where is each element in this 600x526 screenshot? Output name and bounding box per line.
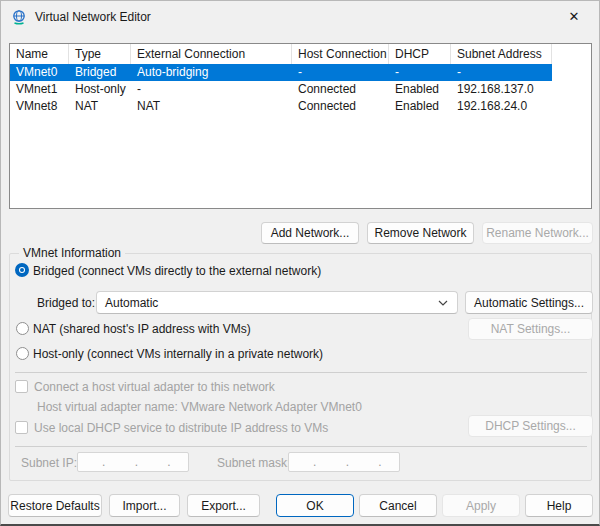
connect-host-adapter-label: Connect a host virtual adapter to this n…: [34, 380, 275, 394]
bridged-to-dropdown[interactable]: Automatic: [96, 291, 458, 314]
virtual-network-editor-window: Virtual Network Editor ✕ Name Type Exter…: [0, 0, 600, 526]
cell-name: VMnet1: [10, 81, 69, 98]
automatic-settings-button[interactable]: Automatic Settings...: [465, 291, 593, 314]
column-header-subnet-address[interactable]: Subnet Address: [451, 44, 552, 64]
cell-name: VMnet8: [10, 98, 69, 115]
column-header-name[interactable]: Name: [10, 44, 69, 64]
remove-network-button[interactable]: Remove Network: [367, 222, 474, 244]
subnet-ip-label: Subnet IP:: [21, 456, 77, 470]
table-row-vmnet0[interactable]: VMnet0 Bridged Auto-bridging - - -: [10, 64, 552, 81]
separator: [15, 446, 587, 447]
column-header-host-connection[interactable]: Host Connection: [292, 44, 389, 64]
export-button[interactable]: Export...: [187, 494, 260, 517]
column-header-filler: [552, 44, 591, 64]
host-only-radio[interactable]: [16, 347, 29, 360]
cell-type: NAT: [69, 98, 131, 115]
connect-host-adapter-checkbox: [15, 380, 28, 393]
nat-settings-button: NAT Settings...: [468, 318, 593, 340]
use-local-dhcp-checkbox: [15, 421, 28, 434]
network-list-header: Name Type External Connection Host Conne…: [10, 44, 591, 64]
globe-network-icon: [11, 9, 27, 25]
nat-radio-label[interactable]: NAT (shared host's IP address with VMs): [33, 322, 251, 336]
bridged-to-label: Bridged to:: [37, 296, 95, 310]
column-header-type[interactable]: Type: [69, 44, 131, 64]
cell-type: Host-only: [69, 81, 131, 98]
subnet-mask-label: Subnet mask:: [217, 456, 290, 470]
column-header-external-connection[interactable]: External Connection: [131, 44, 292, 64]
window-title: Virtual Network Editor: [35, 10, 151, 24]
apply-button: Apply: [442, 494, 520, 517]
use-local-dhcp-label: Use local DHCP service to distribute IP …: [34, 421, 328, 435]
close-icon[interactable]: ✕: [557, 1, 591, 31]
cell-external: -: [131, 81, 292, 98]
nat-radio[interactable]: [16, 322, 29, 335]
cell-external: Auto-bridging: [131, 64, 292, 81]
cancel-button[interactable]: Cancel: [359, 494, 437, 517]
bridged-radio-label[interactable]: Bridged (connect VMs directly to the ext…: [33, 264, 321, 278]
bridged-to-value: Automatic: [105, 296, 158, 310]
cell-type: Bridged: [69, 64, 131, 81]
subnet-ip-field: . . .: [77, 452, 189, 472]
network-list: Name Type External Connection Host Conne…: [9, 43, 592, 209]
import-button[interactable]: Import...: [109, 494, 180, 517]
column-header-dhcp[interactable]: DHCP: [389, 44, 451, 64]
cell-dhcp: Enabled: [389, 81, 451, 98]
ok-button[interactable]: OK: [276, 494, 354, 517]
host-adapter-name-text: Host virtual adapter name: VMware Networ…: [37, 400, 362, 414]
add-network-button[interactable]: Add Network...: [261, 222, 359, 244]
separator: [15, 372, 587, 373]
cell-host: Connected: [292, 81, 389, 98]
subnet-mask-field: . . .: [288, 452, 400, 472]
table-row-vmnet1[interactable]: VMnet1 Host-only - Connected Enabled 192…: [10, 81, 552, 98]
title-bar: Virtual Network Editor ✕: [1, 1, 599, 33]
vmnet-information-label: VMnet Information: [19, 246, 125, 260]
rename-network-button: Rename Network...: [482, 222, 593, 244]
host-only-radio-label[interactable]: Host-only (connect VMs internally in a p…: [33, 347, 323, 361]
help-button[interactable]: Help: [525, 494, 593, 517]
cell-host: Connected: [292, 98, 389, 115]
cell-name: VMnet0: [10, 64, 69, 81]
bridged-radio[interactable]: [15, 263, 29, 277]
cell-subnet: 192.168.24.0: [451, 98, 552, 115]
table-row-vmnet8[interactable]: VMnet8 NAT NAT Connected Enabled 192.168…: [10, 98, 552, 115]
cell-subnet: 192.168.137.0: [451, 81, 552, 98]
cell-subnet: -: [451, 64, 552, 81]
cell-host: -: [292, 64, 389, 81]
dhcp-settings-button: DHCP Settings...: [468, 415, 593, 437]
cell-external: NAT: [131, 98, 292, 115]
cell-dhcp: Enabled: [389, 98, 451, 115]
chevron-down-icon: [438, 300, 448, 306]
cell-dhcp: -: [389, 64, 451, 81]
restore-defaults-button[interactable]: Restore Defaults: [8, 494, 102, 517]
